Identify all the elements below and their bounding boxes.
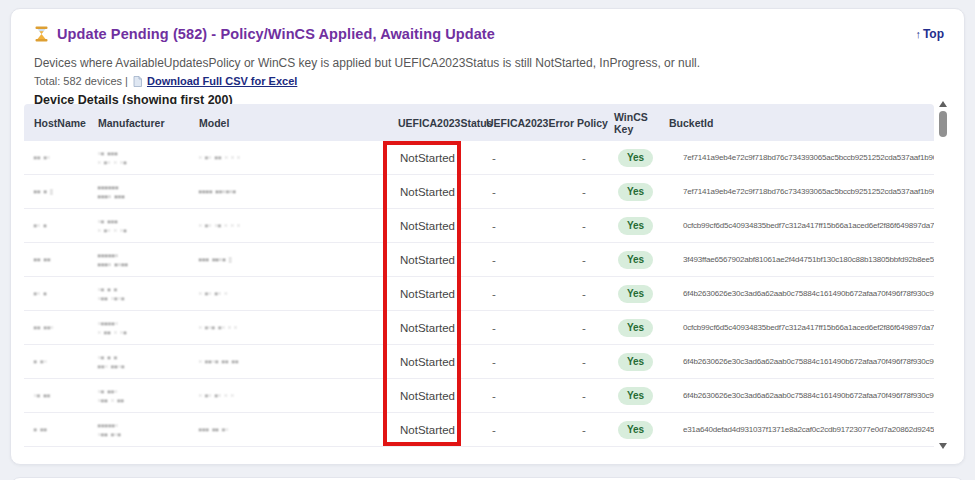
manufacturer-redacted-line1: ·▪ ▪▪▪ <box>98 217 197 226</box>
manufacturer-cell: ▪▪▪▪▪· ▪▪▪· ▪·▪▪ <box>96 251 197 269</box>
manufacturer-redacted-line2: · ▪▪ · ·▪ <box>98 328 197 337</box>
table-body: ▪▪ ▪· ·▪ ▪▪▪ · ▪· · ·▪ · ▪· ▪▪ · · · Not… <box>24 141 934 447</box>
error-cell: - <box>484 424 569 436</box>
wincs-key-badge: Yes <box>618 183 653 201</box>
manufacturer-redacted-line1: ▪▪▪▪▪· <box>98 421 197 430</box>
error-cell: - <box>484 288 569 300</box>
manufacturer-redacted-line2: ▪▪▪· ▪▪▪ <box>98 192 197 201</box>
model-cell: ▪▪▪ ▪▪ ▪· <box>197 425 394 434</box>
table-row: ▪ ▪▪ ▪▪▪▪▪· ·▪▪ ▪·▪ ▪▪▪ ▪▪ ▪· NotStarted… <box>24 413 934 447</box>
bucketid-cell: 6f4b2630626e30c3ad6a62aab0c75884c161490b… <box>663 357 934 366</box>
hostname-redacted: ▪· ▪ <box>34 289 96 298</box>
error-cell: - <box>484 322 569 334</box>
hostname-redacted: ▪ ▪· <box>34 357 96 366</box>
hostname-cell: ▪ ▪▪ <box>24 425 96 434</box>
column-header-model: Model <box>197 117 394 129</box>
status-cell: NotStarted <box>394 220 484 232</box>
hostname-redacted: ▪▪ ▪ : <box>34 187 96 196</box>
hostname-cell: ▪▪ ▪▪· <box>24 323 96 332</box>
scroll-up-icon[interactable] <box>939 101 947 107</box>
manufacturer-redacted-line2: · ▪· · ·▪ <box>98 226 197 235</box>
total-devices-label: Total: 582 devices | <box>34 75 128 87</box>
policy-cell: - <box>569 356 608 368</box>
up-arrow-icon: ↑ <box>915 28 921 40</box>
table-row: ▪▪ ▪· ·▪ ▪▪▪ · ▪· · ·▪ · ▪· ▪▪ · · · Not… <box>24 141 934 175</box>
model-cell: · ▪· ▪▪ · · · <box>197 153 394 162</box>
manufacturer-cell: ·▪▪▪▪· · ▪▪ · ·▪ <box>96 319 197 337</box>
policy-cell: - <box>569 186 608 198</box>
policy-cell: - <box>569 288 608 300</box>
column-header-wincs-key: WinCS Key <box>608 111 654 135</box>
wincs-key-badge: Yes <box>618 285 653 303</box>
manufacturer-redacted-line1: ·▪ ▪▪· <box>98 387 197 396</box>
table-scrollbar[interactable] <box>937 101 949 449</box>
wincs-key-cell: Yes <box>608 285 663 303</box>
wincs-key-badge: Yes <box>618 251 653 269</box>
column-header-bucketid: BucketId <box>663 117 934 129</box>
manufacturer-redacted-line2: ·▪▪ ·▪·▪ <box>98 294 197 303</box>
csv-file-icon <box>133 76 142 87</box>
wincs-key-cell: Yes <box>608 421 663 439</box>
hostname-redacted: ▪▪ ▪▪ <box>34 255 96 264</box>
bucketid-cell: 6f4b2630626e30c3ad6a62aab0c75884c161490b… <box>663 391 934 400</box>
wincs-key-badge: Yes <box>618 387 653 405</box>
download-csv-link[interactable]: Download Full CSV for Excel <box>147 75 297 87</box>
hostname-redacted: ▪ ▪▪ <box>34 425 96 434</box>
hostname-cell: ▪▪ ▪· <box>24 153 96 162</box>
hostname-redacted: ▪· ▪ <box>34 221 96 230</box>
scrollbar-thumb[interactable] <box>939 111 947 137</box>
manufacturer-redacted-line1: ▪▪▪▪▪▪ <box>98 183 197 192</box>
hostname-cell: ▪· ▪ <box>24 289 96 298</box>
policy-cell: - <box>569 390 608 402</box>
manufacturer-redacted-line1: ·▪ ▪ ▪ <box>98 353 197 362</box>
scroll-down-icon[interactable] <box>939 443 947 449</box>
table-header-row: HostName Manufacturer Model UEFICA2023St… <box>24 104 934 141</box>
status-cell: NotStarted <box>394 152 484 164</box>
policy-cell: - <box>569 322 608 334</box>
column-header-manufacturer: Manufacturer <box>96 117 197 129</box>
manufacturer-redacted-line2: ▪▪· ▪▪·▪ <box>98 362 197 371</box>
table-row: ·▪ ▪▪ ·▪ ▪▪· ·▪▪ · ▪▪ · ▪· ▪· · · NotSta… <box>24 379 934 413</box>
bucketid-cell: 7ef7141a9eb4e72c9f718bd76c734393065ac5bc… <box>663 187 934 196</box>
wincs-key-cell: Yes <box>608 217 663 235</box>
model-redacted: · ▪· ·▪ · · · <box>199 221 394 230</box>
back-to-top-link[interactable]: ↑Top <box>915 27 944 41</box>
policy-cell: - <box>569 152 608 164</box>
model-redacted: · ▪· ▪· · <box>199 289 394 298</box>
table-row: ▪▪ ▪ : ▪▪▪▪▪▪ ▪▪▪· ▪▪▪ ▪▪▪▪ ▪▪·▪·▪ NotSt… <box>24 175 934 209</box>
model-redacted: · ▪· ▪▪ · · · <box>199 153 394 162</box>
wincs-key-badge: Yes <box>618 217 653 235</box>
status-cell: NotStarted <box>394 356 484 368</box>
error-cell: - <box>484 220 569 232</box>
status-cell: NotStarted <box>394 288 484 300</box>
manufacturer-redacted-line2: ·▪▪ · ▪▪ <box>98 396 197 405</box>
wincs-key-badge: Yes <box>618 319 653 337</box>
manufacturer-cell: ▪▪▪▪▪· ·▪▪ ▪·▪ <box>96 421 197 439</box>
model-cell: · ▪▪·▪ ▪▪ ▪▪ <box>197 357 394 366</box>
hourglass-icon <box>34 26 49 42</box>
table-row: ▪ ▪· ·▪ ▪ ▪ ▪▪· ▪▪·▪ · ▪▪·▪ ▪▪ ▪▪ NotSta… <box>24 345 934 379</box>
column-header-hostname: HostName <box>24 117 96 129</box>
bucketid-cell: e31a640defad4d931037f1371e8a2caf0c2cdb91… <box>663 425 934 434</box>
manufacturer-redacted-line2: · ▪· · ·▪ <box>98 158 197 167</box>
bucketid-cell: 3f493ffae6567902abf81061ae2f4d4751bf130c… <box>663 255 934 264</box>
manufacturer-cell: ▪▪▪▪▪▪ ▪▪▪· ▪▪▪ <box>96 183 197 201</box>
table-row: ▪· ▪ ·▪ ▪▪▪ · ▪· · ·▪ · ▪· ·▪ · · · NotS… <box>24 209 934 243</box>
wincs-key-cell: Yes <box>608 149 663 167</box>
policy-cell: - <box>569 220 608 232</box>
wincs-key-cell: Yes <box>608 353 663 371</box>
report-header: Update Pending (582) - Policy/WinCS Appl… <box>34 24 944 44</box>
model-cell: · ▪· ▪· · · <box>197 391 394 400</box>
hostname-cell: ▪▪ ▪ : <box>24 187 96 196</box>
status-cell: NotStarted <box>394 186 484 198</box>
hostname-cell: ·▪ ▪▪ <box>24 391 96 400</box>
manufacturer-redacted-line1: ·▪ ▪▪▪ <box>98 149 197 158</box>
wincs-key-cell: Yes <box>608 387 663 405</box>
manufacturer-cell: ·▪ ▪▪· ·▪▪ · ▪▪ <box>96 387 197 405</box>
bucketid-cell: 7ef7141a9eb4e72c9f718bd76c734393065ac5bc… <box>663 153 934 162</box>
column-header-uefica2023error: UEFICA2023Error <box>484 117 569 129</box>
hostname-redacted: ▪▪ ▪· <box>34 153 96 162</box>
table-row: ▪▪ ▪▪· ·▪▪▪▪· · ▪▪ · ·▪ · ▪·▪ ▪· · · Not… <box>24 311 934 345</box>
wincs-key-cell: Yes <box>608 251 663 269</box>
error-cell: - <box>484 356 569 368</box>
